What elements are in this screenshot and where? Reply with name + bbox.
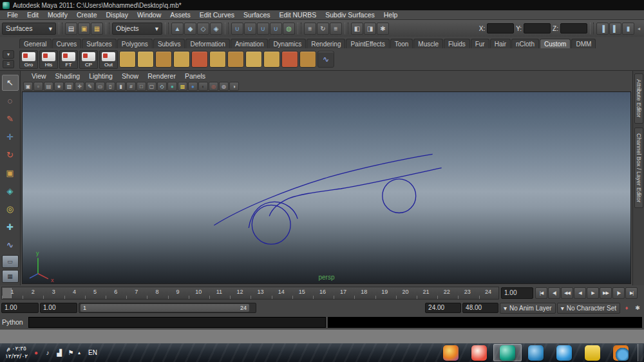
menu-assets[interactable]: Assets — [166, 11, 195, 19]
show-manipulator-tool[interactable]: ✚ — [2, 219, 19, 235]
xray-icon[interactable]: ◍ — [219, 82, 229, 91]
shelf-item-gro[interactable]: Gro — [19, 50, 38, 69]
shelf-tab-general[interactable]: General — [19, 39, 52, 48]
lock-camera-icon[interactable]: ▫ — [33, 82, 43, 91]
shelf-tab-rendering[interactable]: Rendering — [307, 39, 345, 48]
action-center-flag-icon[interactable]: ⚑ — [66, 348, 75, 357]
time-ruler[interactable]: 123456789101112131415161718192021222324 — [1, 287, 499, 300]
shelf-tab-deformation[interactable]: Deformation — [185, 39, 229, 48]
open-scene-icon[interactable]: ▣ — [78, 23, 90, 35]
anim-layer-dropdown[interactable]: ▾ No Anim Layer — [500, 303, 556, 314]
selection-mask-dropdown[interactable]: Objects ▾ — [112, 23, 162, 35]
safe-action-icon[interactable]: □ — [137, 82, 146, 91]
select-tool[interactable]: ↖ — [2, 75, 19, 91]
show-desktop-button[interactable] — [638, 344, 643, 361]
shelf-item-out[interactable]: Out — [99, 50, 118, 69]
taskbar-app-media[interactable] — [465, 344, 493, 361]
shelf-tab-polygons[interactable]: Polygons — [117, 39, 153, 48]
tab-channel-box-layer-editor[interactable]: Channel Box / Layer Editor — [634, 128, 643, 209]
panel-menu-shading[interactable]: Shading — [51, 72, 85, 80]
taskbar-app-maya[interactable] — [493, 344, 522, 361]
textured-mode-icon[interactable]: ▩ — [178, 82, 187, 91]
use-all-lights-icon[interactable]: ● — [188, 82, 198, 91]
current-time-field[interactable]: 1.00 — [501, 287, 533, 299]
playback-end-field[interactable]: 24.00 — [425, 303, 461, 313]
shelf-item-8[interactable] — [155, 51, 172, 68]
play-forwards-button[interactable]: ▶ — [587, 287, 599, 299]
select-by-component-icon[interactable]: ◇ — [197, 23, 209, 35]
exposure-icon[interactable]: ◑ — [229, 82, 239, 91]
shelf-item-13[interactable] — [245, 51, 262, 68]
ipr-render-icon[interactable]: ◨ — [364, 23, 376, 35]
shelf-item-16[interactable] — [299, 51, 316, 68]
select-by-hierarchy-icon[interactable]: ▲ — [171, 23, 184, 35]
animation-end-field[interactable]: 48.00 — [462, 303, 498, 313]
panel-menu-show[interactable]: Show — [117, 72, 143, 80]
shelf-item-17[interactable]: ∿ — [317, 51, 334, 68]
shelf-item-cp[interactable]: CP — [79, 50, 98, 69]
menu-help[interactable]: Help — [379, 11, 402, 19]
save-scene-icon[interactable]: ▦ — [91, 23, 103, 35]
taskbar-clock[interactable]: ٠٢:٣٥ م ١٢/٢٢/٠٢ — [1, 345, 32, 360]
render-settings-icon[interactable]: ✱ — [377, 23, 389, 35]
step-forward-one-key-button[interactable]: |▶ — [612, 287, 625, 299]
field-chart-icon[interactable]: # — [126, 82, 136, 91]
shelf-tab-custom[interactable]: Custom — [540, 39, 571, 48]
shelf-tab-dmm[interactable]: DMM — [571, 39, 596, 48]
character-set-dropdown[interactable]: ▾ No Character Set — [557, 303, 620, 314]
single-pane-layout-button[interactable]: ▭ — [2, 255, 19, 268]
menu-edit-curves[interactable]: Edit Curves — [195, 11, 239, 19]
menu-window[interactable]: Window — [133, 11, 166, 19]
bookmarks-icon[interactable]: ★ — [54, 82, 64, 91]
move-tool[interactable]: ✛ — [2, 129, 19, 145]
menu-edit[interactable]: Edit — [23, 11, 43, 19]
menu-display[interactable]: Display — [101, 11, 132, 19]
grease-pencil-icon[interactable]: ✎ — [85, 82, 95, 91]
shelf-item-9[interactable] — [173, 51, 190, 68]
two-d-pan-zoom-icon[interactable]: ✛ — [75, 82, 84, 91]
shelf-item-7[interactable] — [137, 51, 154, 68]
shelf-tab-ncloth[interactable]: nCloth — [511, 39, 539, 48]
select-camera-icon[interactable]: ▣ — [23, 82, 33, 91]
taskbar-app-paint[interactable] — [437, 344, 465, 361]
menu-set-dropdown[interactable]: Surfaces ▾ — [2, 23, 56, 35]
menu-modify[interactable]: Modify — [43, 11, 72, 19]
show-attribute-editor-icon[interactable]: ▐ — [596, 23, 609, 35]
shelf-tab-dynamics[interactable]: Dynamics — [269, 39, 306, 48]
paint-selection-tool[interactable]: ✎ — [2, 111, 19, 127]
shelf-menu-button[interactable]: ≡ — [3, 60, 14, 68]
film-gate-icon[interactable]: ▭ — [95, 82, 105, 91]
resolution-gate-icon[interactable]: ▯ — [106, 82, 115, 91]
shelf-tab-animation[interactable]: Animation — [231, 39, 268, 48]
last-tool-used[interactable]: ∿ — [2, 237, 19, 253]
range-bar[interactable]: 1 24 — [80, 304, 249, 312]
lasso-tool[interactable]: ◌ — [2, 93, 19, 109]
shelf-tab-fur[interactable]: Fur — [471, 39, 489, 48]
step-forward-one-frame-button[interactable]: ▶▶ — [600, 287, 612, 299]
shelf-item-his[interactable]: His — [39, 50, 58, 69]
panel-menu-panels[interactable]: Panels — [180, 72, 210, 80]
auto-keyframe-icon[interactable]: ♦ — [621, 303, 632, 313]
snap-to-curves-icon[interactable]: ∪ — [244, 23, 256, 35]
show-channel-box-icon[interactable]: ▮ — [622, 23, 634, 35]
render-current-frame-icon[interactable]: ◧ — [351, 23, 363, 35]
shelf-tab-muscle[interactable]: Muscle — [413, 39, 443, 48]
shelf-item-15[interactable] — [281, 51, 298, 68]
menu-file[interactable]: File — [3, 11, 23, 19]
command-language-label[interactable]: Python — [2, 318, 26, 326]
shelf-item-11[interactable] — [209, 51, 226, 68]
z-input[interactable] — [560, 23, 587, 33]
status-collapse-icon[interactable]: ◂ — [636, 23, 642, 35]
taskbar-app-messenger[interactable] — [550, 344, 578, 361]
shelf-tab-switcher-button[interactable]: ▾ — [3, 50, 14, 59]
shelf-tab-curves[interactable]: Curves — [52, 39, 82, 48]
y-input[interactable] — [524, 23, 551, 33]
image-plane-icon[interactable]: ▧ — [64, 82, 74, 91]
taskbar-app-explorer[interactable] — [578, 344, 607, 361]
menu-create[interactable]: Create — [72, 11, 102, 19]
wireframe-mode-icon[interactable]: ◇ — [157, 82, 167, 91]
output-from-selected-icon[interactable]: ≡ — [330, 23, 342, 35]
chevron-up-icon[interactable]: ▴ — [75, 350, 83, 356]
panel-menu-view[interactable]: View — [27, 72, 51, 80]
network-icon[interactable]: ▟ — [55, 348, 64, 357]
